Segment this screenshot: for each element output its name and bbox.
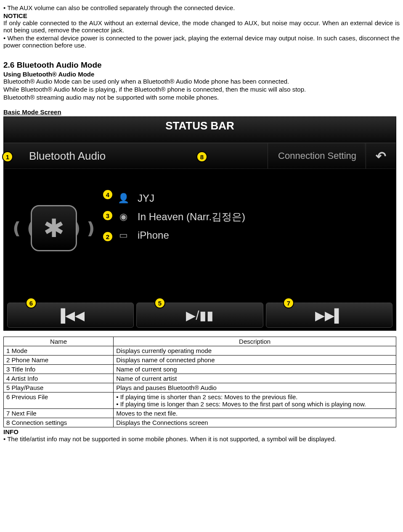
callout-2: 2 [102, 231, 113, 242]
aux-bullet: • The AUX volume can also be controlled … [3, 4, 400, 11]
cell-desc: Plays and pauses Bluetooth® Audio [114, 383, 396, 392]
cell-desc: Name of current song [114, 365, 396, 374]
cell-desc: Name of current artist [114, 374, 396, 383]
cell-desc: Displays currently operating mode [114, 346, 396, 356]
basic-mode-head: Basic Mode Screen [3, 108, 400, 116]
screenshot-frame: STATUS BAR Bluetooth Audio Connection Se… [3, 116, 396, 331]
mode-label: Bluetooth Audio [29, 150, 106, 163]
cell-name: 5 Play/Pause [4, 383, 114, 392]
info-lines: 👤 JYJ ◉ In Heaven (Narr.김정은) ▭ iPhone [117, 192, 245, 247]
cell-name: 3 Title Info [4, 365, 114, 374]
cell-name: 1 Mode [4, 346, 114, 356]
table-row: 4 Artist InfoName of current artist [4, 374, 396, 383]
device-icon: ▭ [117, 230, 129, 241]
callout-3: 3 [102, 210, 113, 221]
table-row: 1 ModeDisplays currently operating mode [4, 346, 396, 356]
table-header-row: Name Description [4, 337, 396, 346]
back-button[interactable]: ↶ [366, 143, 396, 169]
cell-name: 4 Artist Info [4, 374, 114, 383]
cell-desc: • If playing time is shorter than 2 secs… [114, 392, 396, 409]
section-p2: While Bluetooth® Audio Mode is playing, … [3, 86, 400, 93]
section-p3: Bluetooth® streaming audio may not be su… [3, 94, 400, 101]
section-sub: Using Bluetooth® Audio Mode [3, 71, 400, 78]
phone-text: iPhone [138, 229, 169, 241]
cell-name: 6 Previous File [4, 392, 114, 409]
section-p1: Bluetooth® Audio Mode can be used only w… [3, 78, 400, 85]
notice-p1: If only cable connected to the AUX witho… [3, 19, 400, 34]
callout-8: 8 [196, 151, 207, 162]
table-row: 7 Next FileMoves to the next file. [4, 409, 396, 418]
playback-controls: ▐◀◀ ▶/▮▮ ▶▶▌ [4, 300, 396, 330]
title-row: ◉ In Heaven (Narr.김정은) [117, 210, 245, 224]
callout-1: 1 [2, 151, 13, 162]
bluetooth-symbol: ✱ [31, 205, 77, 251]
artist-text: JYJ [138, 192, 154, 204]
notice-p2: • When the external device power is conn… [3, 34, 400, 49]
callout-6: 6 [26, 298, 37, 308]
table-row: 8 Connection settingsDisplays the Connec… [4, 418, 396, 427]
callout-7: 7 [283, 298, 294, 308]
th-desc: Description [114, 337, 396, 346]
table-row: 2 Phone NameDisplays name of connected p… [4, 356, 396, 365]
notice-head: NOTICE [3, 12, 400, 19]
cell-desc: Moves to the next file. [114, 409, 396, 418]
section-title: 2.6 Bluetooth Audio Mode [3, 61, 400, 70]
description-table: Name Description 1 ModeDisplays currentl… [3, 337, 396, 427]
table-row: 5 Play/PausePlays and pauses Bluetooth® … [4, 383, 396, 392]
cell-name: 2 Phone Name [4, 356, 114, 365]
artist-row: 👤 JYJ [117, 192, 245, 204]
status-bar: STATUS BAR [4, 117, 396, 143]
info-p1: • The title/artist info may not be suppo… [3, 435, 400, 442]
table-row: 3 Title InfoName of current song [4, 365, 396, 374]
main-area: ❪❪ ✱ ❫❫ 👤 JYJ ◉ In Heaven (Narr.김정은) ▭ i… [4, 171, 396, 298]
info-head: INFO [3, 428, 400, 435]
phone-row: ▭ iPhone [117, 229, 245, 241]
connection-setting-button[interactable]: Connection Setting [268, 143, 364, 169]
cell-desc: Displays the Connections screen [114, 418, 396, 427]
cell-name: 8 Connection settings [4, 418, 114, 427]
cell-desc: Displays name of connected phone [114, 356, 396, 365]
callout-4: 4 [102, 189, 113, 200]
callout-5: 5 [154, 298, 165, 308]
disc-icon: ◉ [117, 211, 129, 222]
title-text: In Heaven (Narr.김정은) [138, 210, 245, 224]
previous-button[interactable]: ▐◀◀ [7, 303, 134, 328]
person-icon: 👤 [117, 193, 129, 204]
bluetooth-icon: ❪❪ ✱ ❫❫ [22, 197, 85, 260]
table-row: 6 Previous File• If playing time is shor… [4, 392, 396, 409]
th-name: Name [4, 337, 114, 346]
cell-name: 7 Next File [4, 409, 114, 418]
